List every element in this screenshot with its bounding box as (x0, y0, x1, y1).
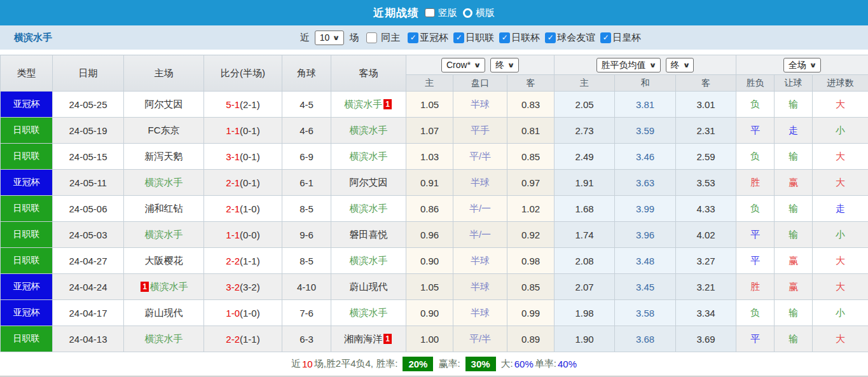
half-time-score: (1-0) (240, 203, 260, 214)
col-away-team: 湘南海洋1 (331, 326, 406, 352)
col-score: 2-2(1-1) (204, 326, 282, 352)
team-link[interactable]: 横滨水手 (344, 99, 382, 109)
league-checkbox-1[interactable]: ✓ (453, 32, 464, 43)
europe-odds-select[interactable]: 胜平负均值 ∨ (596, 58, 661, 72)
scope-header: 全场 ∨ (736, 55, 868, 75)
col-date: 24-05-11 (53, 170, 124, 196)
team-link[interactable]: 横滨水手 (150, 281, 188, 292)
col-euro-away-odds: 3.34 (676, 300, 736, 326)
summary-text: 60% (514, 359, 534, 369)
team-link[interactable]: 横滨水手 (350, 255, 388, 266)
team-link[interactable]: 横滨水手 (350, 151, 388, 161)
col-euro-home-odds: 2.07 (555, 274, 615, 300)
col-asia-away-odds: 0.85 (507, 274, 555, 300)
col-euro-home-odds: 2.05 (555, 92, 615, 118)
col-score: 3-2(3-2) (204, 274, 282, 300)
table-row: 日职联24-05-03横滨水手1-1(0-0)9-6磐田喜悦0.96半/一0.9… (1, 222, 868, 248)
odds-time-select[interactable]: 终 ∨ (490, 58, 519, 72)
col-goals-result: 小 (813, 118, 868, 144)
col-date: 24-05-19 (53, 118, 124, 144)
col-date: 24-04-24 (53, 274, 124, 300)
col-away-team: 横滨水手1 (331, 92, 406, 118)
team-link[interactable]: 磐田喜悦 (350, 229, 388, 240)
col-goals-result: 小 (813, 222, 868, 248)
summary-footer: 近10场,胜2平4负4, 胜率:20%赢率:30%大:60%单率:40% (0, 352, 868, 376)
table-row: 日职联24-04-27大阪樱花2-2(1-1)8-5横滨水手0.90半球0.98… (1, 248, 868, 274)
col-handicap: 半球 (453, 170, 507, 196)
team-link[interactable]: 横滨水手 (350, 125, 388, 135)
full-time-score: 2-2 (226, 256, 240, 266)
col-date: 24-05-25 (53, 92, 124, 118)
col-away-team: 横滨水手 (331, 248, 406, 274)
radio-unselected-icon[interactable] (463, 8, 472, 18)
col-result: 平 (736, 326, 775, 352)
team-name: 横滨水手 (14, 32, 52, 44)
full-time-score: 1-0 (226, 308, 240, 319)
col-euro-away-odds: 2.31 (676, 118, 736, 144)
team-link[interactable]: 湘南海洋 (344, 333, 382, 344)
chevron-down-icon: ∨ (809, 60, 817, 71)
col-asia-home-odds: 1.00 (406, 326, 453, 352)
table-row: 亚冠杯24-05-11横滨水手2-1(0-1)6-1阿尔艾因0.91半球0.97… (1, 170, 868, 196)
col-score: 5-1(2-1) (204, 92, 282, 118)
league-checkbox-0[interactable]: ✓ (408, 32, 418, 43)
team-link[interactable]: 横滨水手 (350, 307, 388, 318)
team-link[interactable]: 横滨水手 (145, 229, 183, 240)
same-home-checkbox[interactable] (366, 32, 377, 43)
table-row: 亚冠杯24-04-17蔚山现代1-0(1-0)7-6横滨水手0.90半球0.99… (1, 300, 868, 326)
col-goals-result: 大 (813, 326, 868, 352)
col-score: 3-1(0-1) (204, 144, 282, 170)
league-checkbox-2[interactable]: ✓ (499, 32, 510, 43)
col-euro-draw-odds: 3.99 (615, 196, 676, 222)
league-checkbox-3[interactable]: ✓ (545, 32, 556, 43)
col-home-team: 1横滨水手 (124, 274, 204, 300)
col-score: 2-1(0-1) (204, 170, 282, 196)
full-time-score: 5-1 (226, 99, 240, 110)
team-link[interactable]: 大阪樱花 (145, 255, 183, 266)
col-goals-result: 大 (813, 248, 868, 274)
red-number-badge: 1 (383, 99, 392, 109)
col-result: 负 (736, 300, 775, 326)
col-euro-draw-odds: 3.58 (615, 300, 676, 326)
col-goals-result: 大 (813, 92, 868, 118)
europe-odds-header: 胜平负均值 ∨ 终 ∨ (555, 55, 736, 75)
league-label-3: 球会友谊 (557, 32, 595, 44)
col-type: 日职联 (1, 118, 53, 144)
col-goals-result: 大 (813, 144, 868, 170)
team-link[interactable]: 横滨水手 (145, 177, 183, 188)
europe-time-value: 终 (671, 60, 680, 71)
team-link[interactable]: 蔚山现代 (350, 281, 388, 292)
same-home-label: 同主 (381, 32, 400, 44)
col-asia-away-odds: 0.81 (507, 118, 555, 144)
full-time-score: 2-1 (226, 177, 240, 188)
team-link[interactable]: 蔚山现代 (145, 307, 183, 318)
col-date: 24-04-17 (53, 300, 124, 326)
near-games-select[interactable]: 10 ∨ (315, 31, 345, 45)
layout-radio-horizontal-label: 横版 (476, 7, 495, 19)
scope-select[interactable]: 全场 ∨ (783, 58, 821, 72)
col-asia-away-odds: 0.99 (507, 300, 555, 326)
col-header-home: 主场 (124, 55, 204, 92)
half-time-score: (0-1) (240, 151, 260, 162)
europe-time-select[interactable]: 终 ∨ (666, 58, 694, 72)
team-link[interactable]: 阿尔艾因 (145, 99, 183, 109)
layout-radio-vertical[interactable]: 竖版 (425, 7, 457, 19)
col-handicap-result: 赢 (775, 248, 813, 274)
team-link[interactable]: 阿尔艾因 (350, 177, 388, 188)
summary-text: 10 (302, 359, 313, 369)
odds-company-select[interactable]: Crow* ∨ (441, 58, 485, 72)
layout-radio-horizontal[interactable]: 横版 (463, 7, 495, 19)
col-handicap-result: 输 (775, 92, 813, 118)
col-corners: 7-6 (282, 300, 331, 326)
col-home-team: 阿尔艾因 (124, 92, 204, 118)
col-away-team: 阿尔艾因 (331, 170, 406, 196)
team-link[interactable]: FC东京 (148, 125, 180, 135)
team-link[interactable]: 横滨水手 (350, 203, 388, 214)
team-link[interactable]: 横滨水手 (145, 333, 183, 344)
team-link[interactable]: 浦和红钻 (145, 203, 183, 214)
half-time-score: (1-1) (240, 334, 260, 345)
col-goals-result: 大 (813, 274, 868, 300)
team-link[interactable]: 新泻天鹅 (145, 151, 183, 161)
league-checkbox-4[interactable]: ✓ (600, 32, 611, 43)
radio-selected-icon[interactable] (425, 8, 435, 17)
